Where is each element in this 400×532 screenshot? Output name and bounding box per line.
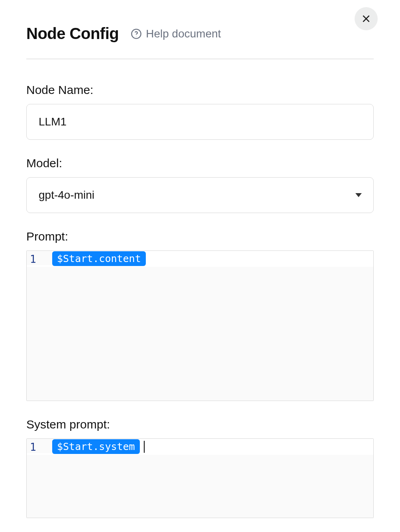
model-label: Model: <box>26 156 374 170</box>
help-document-link[interactable]: Help document <box>131 27 221 40</box>
close-icon <box>361 14 371 24</box>
model-field-group: Model: <box>26 156 374 213</box>
panel-header: Node Config Help document <box>26 8 374 59</box>
text-cursor <box>144 441 145 453</box>
prompt-variable-pill[interactable]: $Start.content <box>52 251 146 266</box>
prompt-line-number: 1 <box>27 251 52 265</box>
node-name-field-group: Node Name: <box>26 83 374 140</box>
close-button[interactable] <box>355 7 378 30</box>
node-name-input[interactable] <box>26 104 374 140</box>
model-select-wrap <box>26 177 374 213</box>
system-prompt-label: System prompt: <box>26 418 374 431</box>
prompt-editor[interactable]: 1 $Start.content <box>26 250 374 401</box>
system-prompt-variable-pill[interactable]: $Start.system <box>52 439 140 454</box>
page-title: Node Config <box>26 25 119 43</box>
node-name-label: Node Name: <box>26 83 374 97</box>
prompt-field-group: Prompt: 1 $Start.content <box>26 230 374 401</box>
model-select[interactable] <box>26 177 374 213</box>
svg-point-3 <box>136 36 137 36</box>
node-config-panel: Node Config Help document Node Name: Mod… <box>0 0 400 532</box>
system-prompt-line-number: 1 <box>27 439 52 453</box>
help-icon <box>131 28 142 39</box>
prompt-label: Prompt: <box>26 230 374 243</box>
form-section: Node Name: Model: Prompt: 1 <box>26 59 374 518</box>
system-prompt-editor[interactable]: 1 $Start.system <box>26 438 374 518</box>
system-prompt-field-group: System prompt: 1 $Start.system <box>26 418 374 518</box>
help-document-label: Help document <box>146 27 221 40</box>
